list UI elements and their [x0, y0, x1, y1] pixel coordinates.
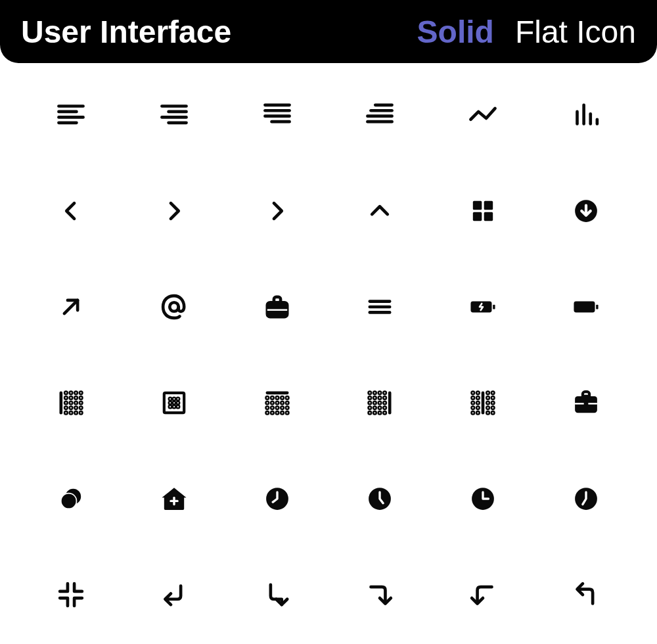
- chevron-right-icon: [156, 193, 192, 231]
- svg-point-63: [177, 402, 179, 404]
- svg-point-45: [65, 402, 67, 404]
- svg-point-52: [80, 407, 82, 409]
- enter-icon: [156, 577, 192, 615]
- svg-point-104: [384, 407, 386, 409]
- svg-point-69: [271, 397, 273, 399]
- svg-point-124: [487, 407, 489, 409]
- svg-point-65: [173, 406, 175, 408]
- svg-point-71: [281, 397, 283, 399]
- svg-point-87: [286, 412, 288, 414]
- svg-point-97: [369, 402, 371, 404]
- svg-point-79: [271, 407, 273, 409]
- svg-point-134: [61, 494, 77, 509]
- svg-point-64: [170, 406, 171, 408]
- svg-point-95: [379, 397, 381, 399]
- svg-point-75: [276, 402, 278, 404]
- svg-point-110: [472, 392, 474, 394]
- svg-point-42: [70, 397, 72, 399]
- svg-point-122: [472, 407, 474, 409]
- header-solid-label: Solid: [417, 14, 494, 50]
- svg-rect-28: [267, 309, 286, 311]
- svg-point-74: [271, 402, 273, 404]
- battery-charging-icon: [465, 289, 501, 327]
- border-left-icon: [53, 385, 89, 423]
- arrow-down-circle-icon: [568, 193, 604, 231]
- grid-icon: [465, 193, 501, 231]
- svg-point-89: [369, 392, 371, 394]
- align-left-icon: [53, 97, 89, 135]
- svg-point-59: [173, 398, 175, 400]
- border-box-icon: [156, 385, 192, 423]
- svg-point-94: [374, 397, 376, 399]
- svg-point-128: [487, 412, 489, 414]
- svg-point-55: [76, 412, 78, 414]
- svg-point-41: [65, 397, 67, 399]
- header-title: User Interface: [21, 14, 396, 50]
- clock-4-icon: [568, 481, 604, 519]
- svg-point-39: [76, 392, 78, 394]
- svg-point-98: [374, 402, 376, 404]
- clock-2-icon: [362, 481, 397, 519]
- svg-point-44: [80, 397, 82, 399]
- svg-rect-21: [484, 201, 493, 210]
- svg-rect-20: [473, 201, 482, 210]
- svg-point-80: [276, 407, 278, 409]
- icon-grid: [0, 63, 657, 644]
- header-bar: User Interface Solid Flat Icon: [0, 0, 657, 63]
- svg-point-102: [374, 407, 376, 409]
- svg-point-48: [80, 402, 82, 404]
- svg-point-115: [477, 397, 479, 399]
- svg-rect-23: [484, 212, 493, 221]
- svg-point-62: [173, 402, 175, 404]
- svg-point-125: [492, 407, 494, 409]
- chevron-right-2-icon: [260, 193, 295, 231]
- svg-point-43: [76, 397, 78, 399]
- svg-point-77: [286, 402, 288, 404]
- svg-point-101: [369, 407, 371, 409]
- border-vertical-icon: [465, 385, 501, 423]
- svg-point-66: [177, 406, 179, 408]
- svg-point-112: [487, 392, 489, 394]
- home-plus-icon: [156, 481, 192, 519]
- svg-point-58: [170, 398, 171, 400]
- svg-point-108: [384, 412, 386, 414]
- svg-point-118: [472, 402, 474, 404]
- battery-icon: [568, 289, 604, 327]
- svg-point-99: [379, 402, 381, 404]
- svg-point-38: [70, 392, 72, 394]
- clock-3-icon: [465, 481, 501, 519]
- at-sign-icon: [156, 289, 192, 327]
- svg-point-51: [76, 407, 78, 409]
- arrow-down-right-turn-icon: [260, 577, 295, 615]
- svg-rect-33: [493, 305, 495, 310]
- svg-point-78: [266, 407, 268, 409]
- svg-point-106: [374, 412, 376, 414]
- svg-point-120: [487, 402, 489, 404]
- svg-point-103: [379, 407, 381, 409]
- arrow-up-left-turn-icon: [568, 577, 604, 615]
- svg-point-47: [76, 402, 78, 404]
- svg-point-113: [492, 392, 494, 394]
- menu-icon: [362, 289, 397, 327]
- svg-point-93: [369, 397, 371, 399]
- clock-1-icon: [260, 481, 295, 519]
- svg-point-56: [80, 412, 82, 414]
- svg-point-127: [477, 412, 479, 414]
- svg-point-53: [65, 412, 67, 414]
- header-flat-label: Flat Icon: [515, 14, 636, 50]
- svg-point-72: [286, 397, 288, 399]
- svg-point-82: [286, 407, 288, 409]
- svg-point-46: [70, 402, 72, 404]
- svg-line-25: [64, 300, 78, 313]
- svg-point-107: [379, 412, 381, 414]
- minimize-icon: [53, 577, 89, 615]
- bar-chart-icon: [568, 97, 604, 135]
- svg-point-54: [70, 412, 72, 414]
- svg-point-121: [492, 402, 494, 404]
- svg-point-37: [65, 392, 67, 394]
- arrow-right-down-turn-icon: [362, 577, 397, 615]
- svg-rect-22: [473, 212, 482, 221]
- align-justify-right-icon: [260, 97, 295, 135]
- briefcase-solid-icon: [568, 385, 604, 423]
- svg-point-70: [276, 397, 278, 399]
